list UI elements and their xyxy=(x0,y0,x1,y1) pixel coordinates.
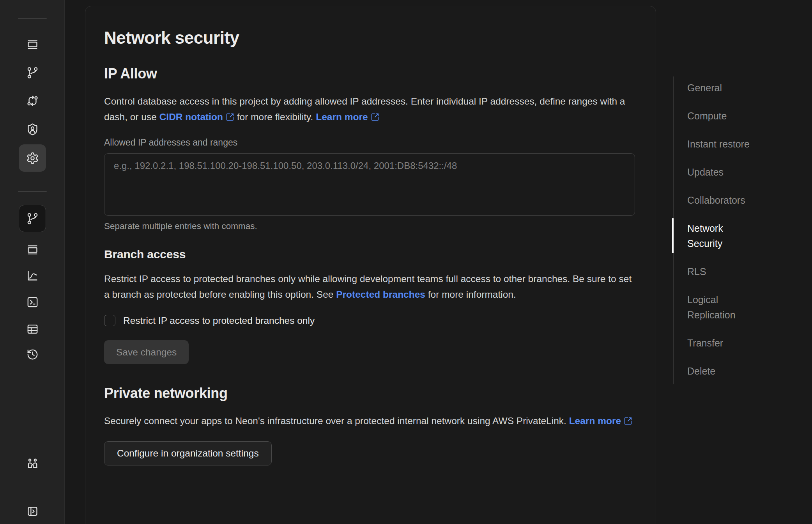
settings-card: Network security IP Allow Control databa… xyxy=(85,6,656,524)
sidebar-item-settings[interactable] xyxy=(19,144,46,172)
learn-more-link-label: Learn more xyxy=(316,112,368,122)
nav-item-compute[interactable]: Compute xyxy=(687,108,754,124)
protected-branches-link-label: Protected branches xyxy=(336,289,425,300)
git-branch-icon xyxy=(26,66,39,79)
external-link-icon xyxy=(371,113,379,121)
external-link-icon xyxy=(624,417,632,425)
divider xyxy=(18,191,47,192)
nav-item-instant-restore[interactable]: Instant restore xyxy=(687,137,754,152)
private-networking-heading: Private networking xyxy=(104,385,637,401)
icon-sidebar xyxy=(0,0,65,524)
user-shield-icon xyxy=(26,123,39,136)
ip-allow-heading: IP Allow xyxy=(104,66,637,82)
ip-allow-description: Control database access in this project … xyxy=(104,94,637,125)
restrict-ip-checkbox-row: Restrict IP access to protected branches… xyxy=(104,315,637,326)
nav-item-collaborators[interactable]: Collaborators xyxy=(687,193,754,208)
terminal-icon xyxy=(26,296,39,309)
sidebar-item-tables[interactable] xyxy=(19,315,46,343)
save-changes-button[interactable]: Save changes xyxy=(104,340,189,364)
nav-item-updates[interactable]: Updates xyxy=(687,165,754,180)
workflow-icon xyxy=(26,94,39,107)
cidr-notation-link-label: CIDR notation xyxy=(159,112,223,122)
history-clock-icon xyxy=(26,348,39,361)
settings-section-nav: General Compute Instant restore Updates … xyxy=(673,76,770,384)
table-icon xyxy=(26,323,39,336)
learn-more-link-label: Learn more xyxy=(569,416,621,426)
ip-allow-input[interactable] xyxy=(104,153,635,216)
sidebar-item-workflows[interactable] xyxy=(19,87,46,114)
sidebar-item-overview[interactable] xyxy=(19,236,46,263)
sidebar-item-monitoring[interactable] xyxy=(19,262,46,289)
sidebar-item-current-branch[interactable] xyxy=(19,205,46,232)
branch-access-desc-text-2: for more information. xyxy=(425,289,516,300)
nav-item-rls[interactable]: RLS xyxy=(687,264,754,279)
sidebar-item-project[interactable] xyxy=(19,30,46,58)
window-icon xyxy=(26,38,39,51)
restrict-ip-checkbox[interactable] xyxy=(104,315,115,326)
sidebar-item-restore[interactable] xyxy=(19,341,46,368)
private-networking-learn-more-link[interactable]: Learn more xyxy=(569,416,632,426)
sidebar-item-roles[interactable] xyxy=(19,115,46,143)
branch-access-heading: Branch access xyxy=(104,248,637,261)
people-icon xyxy=(26,457,39,470)
page-title: Network security xyxy=(104,28,637,48)
git-branch-icon xyxy=(26,212,39,225)
ip-allow-field-label: Allowed IP addresses and ranges xyxy=(104,137,637,148)
ip-allow-learn-more-link[interactable]: Learn more xyxy=(316,112,379,122)
private-networking-desc-text: Securely connect your apps to Neon's inf… xyxy=(104,416,569,426)
nav-item-network-security[interactable]: Network Security xyxy=(687,221,754,251)
nav-item-transfer[interactable]: Transfer xyxy=(687,336,754,351)
sidebar-item-sql-editor[interactable] xyxy=(19,288,46,316)
sidebar-collapse-button[interactable] xyxy=(19,497,46,524)
nav-item-logical-replication[interactable]: Logical Replication xyxy=(687,292,754,323)
nav-item-delete[interactable]: Delete xyxy=(687,364,754,379)
sidebar-item-branches[interactable] xyxy=(19,59,46,86)
branch-access-description: Restrict IP access to protected branches… xyxy=(104,271,637,302)
expand-panel-icon xyxy=(26,505,39,518)
chart-icon xyxy=(26,269,39,282)
ip-allow-helper-text: Separate multiple entries with commas. xyxy=(104,221,637,231)
external-link-icon xyxy=(226,113,234,121)
sidebar-item-collaborators[interactable] xyxy=(19,450,46,477)
cidr-notation-link[interactable]: CIDR notation xyxy=(159,112,234,122)
ip-allow-desc-text-2: for more flexibility. xyxy=(234,112,316,122)
gear-icon xyxy=(26,152,39,165)
window-icon xyxy=(26,243,39,256)
divider xyxy=(0,491,65,491)
divider xyxy=(18,18,47,19)
restrict-ip-checkbox-label: Restrict IP access to protected branches… xyxy=(123,315,315,326)
nav-item-general[interactable]: General xyxy=(687,80,754,96)
private-networking-description: Securely connect your apps to Neon's inf… xyxy=(104,413,637,429)
protected-branches-link[interactable]: Protected branches xyxy=(336,289,425,300)
configure-org-settings-button[interactable]: Configure in organization settings xyxy=(104,441,272,465)
